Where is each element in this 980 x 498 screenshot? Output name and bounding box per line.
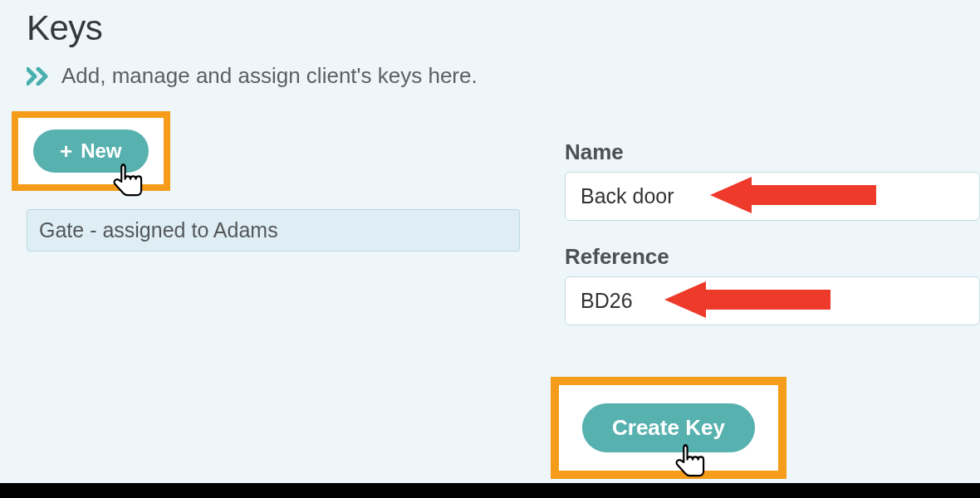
- reference-input[interactable]: [565, 276, 980, 325]
- name-input[interactable]: [565, 172, 980, 221]
- key-list-item[interactable]: Gate - assigned to Adams: [27, 209, 520, 251]
- double-chevron-icon: [27, 67, 51, 85]
- page-subtitle: Add, manage and assign client's keys her…: [61, 63, 478, 89]
- reference-label: Reference: [565, 244, 980, 270]
- reference-field-group: Reference: [565, 244, 980, 325]
- key-list-item-label: Gate - assigned to Adams: [39, 218, 278, 242]
- new-button[interactable]: + New: [33, 129, 149, 173]
- plus-icon: +: [60, 140, 72, 162]
- subtitle-row: Add, manage and assign client's keys her…: [27, 63, 980, 89]
- page-title: Keys: [27, 8, 980, 48]
- footer-bar: [0, 483, 980, 498]
- name-label: Name: [565, 139, 980, 165]
- create-button-highlight: Create Key: [551, 377, 786, 479]
- create-key-button[interactable]: Create Key: [582, 403, 755, 452]
- new-button-label: New: [81, 139, 121, 163]
- new-button-highlight: + New: [12, 111, 170, 191]
- name-field-group: Name: [565, 139, 980, 221]
- create-key-button-label: Create Key: [612, 415, 725, 440]
